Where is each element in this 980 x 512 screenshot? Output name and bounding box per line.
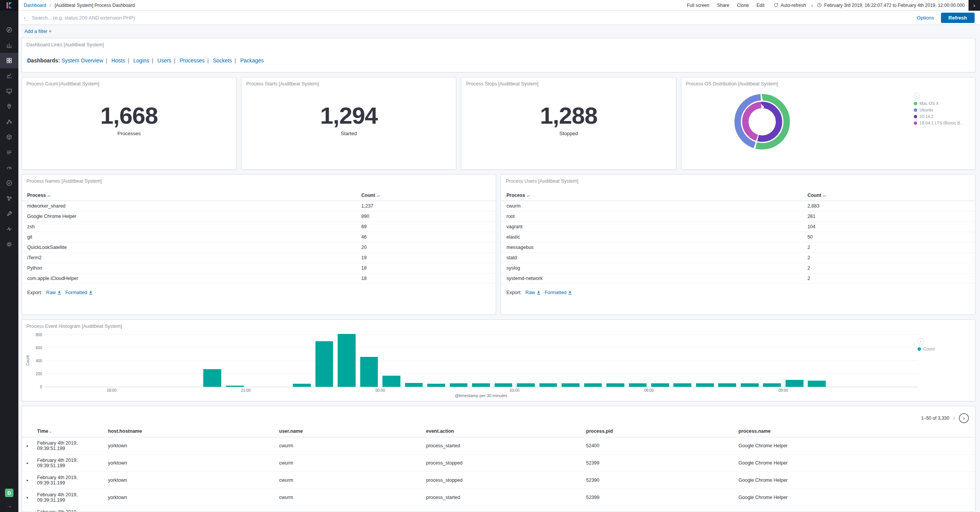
time-forward-button[interactable]: › <box>969 0 980 11</box>
sidebar-item-uptime[interactable] <box>0 175 18 191</box>
legend-item-count[interactable]: Count <box>918 347 967 351</box>
column-header-count[interactable]: Count▴▾ <box>356 190 496 201</box>
kibana-logo[interactable] <box>0 0 18 11</box>
link-hosts[interactable]: Hosts <box>111 57 125 64</box>
histogram-bar[interactable] <box>472 383 490 387</box>
column-header-user[interactable]: user.name <box>275 425 422 437</box>
histogram-bar[interactable] <box>741 383 759 387</box>
expand-row-icon[interactable]: ▸ <box>22 489 33 506</box>
histogram-bar[interactable] <box>315 341 333 387</box>
sidebar-item-canvas[interactable] <box>0 83 18 99</box>
refresh-button[interactable]: Refresh <box>941 13 975 23</box>
column-header-time[interactable]: Time▴ <box>33 425 104 437</box>
histogram-bar[interactable] <box>606 383 624 387</box>
link-sockets[interactable]: Sockets <box>213 57 232 64</box>
histogram-bar[interactable] <box>718 383 736 387</box>
sidebar-item-dashboard[interactable] <box>0 53 18 68</box>
edit-button[interactable]: Edit <box>756 3 764 8</box>
histogram-bar[interactable] <box>584 383 602 387</box>
time-range-button[interactable]: February 3rd 2019, 16:22:07.472 to Febru… <box>817 3 965 8</box>
search-input[interactable] <box>32 15 917 21</box>
expand-row-icon[interactable]: ▸ <box>22 437 33 455</box>
full-screen-button[interactable]: Full screen <box>687 3 709 8</box>
column-header-count[interactable]: Count▴▾ <box>802 190 975 201</box>
legend-item-ubuntu[interactable]: Ubuntu <box>914 108 970 112</box>
sidebar-item-visualize[interactable] <box>0 38 18 53</box>
export-formatted-link[interactable]: Formatted <box>65 290 93 295</box>
histogram-bar[interactable] <box>405 383 423 387</box>
histogram-bar[interactable] <box>382 376 400 387</box>
gridline <box>44 373 918 374</box>
sidebar-item-monitoring[interactable] <box>0 221 18 237</box>
histogram-bar[interactable] <box>696 383 714 387</box>
export-row: Export: Raw Formatted <box>506 290 970 295</box>
histogram-bar[interactable] <box>651 383 669 387</box>
sidebar-item-logs[interactable] <box>0 145 18 160</box>
expand-row-icon[interactable]: ▸ <box>22 455 33 472</box>
export-formatted-link[interactable]: Formatted <box>545 290 572 295</box>
clone-button[interactable]: Clone <box>737 3 749 8</box>
link-system-overview[interactable]: System Overview <box>61 57 103 64</box>
histogram-plot: 0200400600800 <box>44 331 918 387</box>
export-raw-link[interactable]: Raw <box>46 290 62 295</box>
auto-refresh-button[interactable]: Auto-refresh <box>774 3 806 8</box>
link-logins[interactable]: Logins <box>133 57 149 64</box>
histogram-bar[interactable] <box>808 381 826 387</box>
column-header-host[interactable]: host.hostname <box>104 425 275 437</box>
column-header-process[interactable]: Process▴▾ <box>501 190 802 201</box>
expand-row-icon[interactable]: ▸ <box>22 472 33 489</box>
histogram-bar[interactable] <box>450 383 468 387</box>
sidebar-item-graph[interactable] <box>0 191 18 206</box>
histogram-bar[interactable] <box>562 383 580 387</box>
legend-item-macosx[interactable]: Mac OS X <box>914 101 970 106</box>
sort-icon: ▴▾ <box>377 194 380 198</box>
histogram-bar[interactable] <box>226 386 244 387</box>
sidebar-item-timelion[interactable] <box>0 68 18 83</box>
cell-host: yorktown <box>104 455 275 472</box>
export-raw-link[interactable]: Raw <box>526 290 541 295</box>
sidebar-item-apm[interactable] <box>0 160 18 175</box>
time-back-button[interactable]: ‹ <box>811 2 813 8</box>
next-page-button[interactable]: › <box>959 413 969 423</box>
histogram-bar[interactable] <box>293 384 311 387</box>
share-button[interactable]: Share <box>717 3 729 8</box>
canvas-icon <box>6 88 13 95</box>
legend-toggle-icon[interactable]: ‹ <box>914 93 920 99</box>
histogram-bar[interactable] <box>763 383 781 387</box>
histogram-bar[interactable] <box>203 369 221 387</box>
column-header-pid[interactable]: process.pid <box>582 425 735 437</box>
expand-nav-button[interactable]: → <box>7 502 12 509</box>
histogram-bar[interactable] <box>338 334 356 387</box>
histogram-bar[interactable] <box>629 383 647 387</box>
previous-page-button[interactable]: ‹ <box>953 415 955 422</box>
sidebar-item-discover[interactable] <box>0 22 18 38</box>
histogram-bar[interactable] <box>673 383 691 387</box>
sidebar-item-infrastructure[interactable] <box>0 129 18 145</box>
histogram-bar[interactable] <box>427 384 445 387</box>
legend-item-10142[interactable]: 10.14.2 <box>914 114 970 119</box>
cell-count: 2 <box>802 242 975 253</box>
breadcrumb-dashboard-link[interactable]: Dashboard <box>24 3 46 8</box>
column-header-name[interactable]: process.name <box>735 425 975 437</box>
expand-row-icon[interactable]: ▸ <box>22 506 33 512</box>
cell-name: du <box>735 506 975 512</box>
add-filter-link[interactable]: Add a filter + <box>24 29 52 34</box>
column-header-process[interactable]: Process▴▾ <box>22 190 356 201</box>
histogram-bar[interactable] <box>360 357 378 387</box>
histogram-bar[interactable] <box>786 380 804 387</box>
legend-item-18041[interactable]: 18.04.1 LTS (Bionic B... <box>914 121 970 125</box>
link-processes[interactable]: Processes <box>180 57 204 64</box>
column-header-action[interactable]: event.action <box>422 425 582 437</box>
link-users[interactable]: Users <box>157 57 172 64</box>
sidebar-item-machine-learning[interactable] <box>0 114 18 129</box>
histogram-bar[interactable] <box>539 383 557 387</box>
space-avatar[interactable]: D <box>5 489 13 497</box>
sidebar-item-dev-tools[interactable] <box>0 206 18 221</box>
sidebar-item-management[interactable] <box>0 237 18 252</box>
histogram-bar[interactable] <box>495 383 513 387</box>
options-link[interactable]: Options <box>917 15 934 21</box>
sidebar-item-maps[interactable] <box>0 99 18 114</box>
legend-toggle-icon[interactable]: › <box>918 338 924 344</box>
link-packages[interactable]: Packages <box>240 57 263 64</box>
histogram-bar[interactable] <box>517 383 535 387</box>
